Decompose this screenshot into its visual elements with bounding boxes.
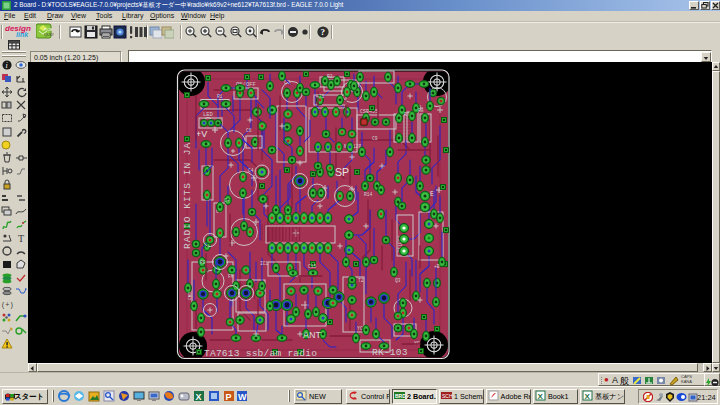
svg-text:IC1: IC1 [260,261,269,266]
svg-text:C+: C+ [224,198,230,203]
svg-text:R7: R7 [404,112,410,117]
svg-text:R9: R9 [200,260,206,265]
svg-text:X: X [196,392,202,402]
svg-text:BRD: BRD [395,393,405,399]
svg-text:P: P [226,392,232,402]
svg-text:(+): (+) [1,301,14,309]
svg-text:R14: R14 [364,192,373,197]
svg-text:C15: C15 [308,264,317,269]
svg-text:FM?: FM? [188,291,193,300]
svg-text:T2: T2 [358,278,364,283]
svg-text:+V: +V [196,129,207,139]
svg-text:?: ? [320,27,325,37]
svg-text:X: X [538,392,544,401]
svg-text:ANT: ANT [303,330,322,340]
svg-text:i: i [6,61,8,70]
svg-text:RADIO KITS IN JA: RADIO KITS IN JA [182,142,193,249]
svg-text:link: link [16,31,29,38]
svg-text:W: W [238,392,247,402]
svg-text:C6: C6 [246,128,252,133]
svg-text:T: T [18,233,24,244]
svg-text:FM: FM [228,274,234,279]
svg-text:Q3: Q3 [395,278,401,283]
svg-text:R2: R2 [327,74,333,79]
svg-text:SP: SP [335,166,349,178]
svg-text:LED: LED [203,111,214,118]
svg-text:+B: +B [434,264,440,269]
svg-text:RK-103: RK-103 [372,347,408,358]
svg-text:471: 471 [316,94,325,99]
svg-text:C4: C4 [248,168,254,173]
svg-text:R1: R1 [217,94,223,99]
svg-text:R8: R8 [418,108,424,113]
svg-text:C9: C9 [372,136,378,141]
svg-text:SCH: SCH [442,393,452,399]
svg-text:QUOTE: QUOTE [44,32,54,37]
svg-text:TA7613 ssb/am radio: TA7613 ssb/am radio [204,348,317,359]
svg-text:X: X [585,392,591,401]
